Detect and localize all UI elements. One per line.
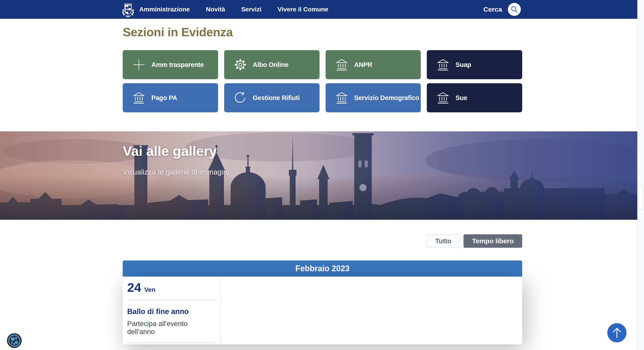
calendar-month-title: Febbraio 2023 <box>295 264 350 273</box>
cookie-settings-button[interactable] <box>7 333 22 348</box>
calendar-day-column: 24 Ven Ballo di fine anno Partecipa all'… <box>123 277 221 345</box>
card-label: Suap <box>456 61 471 68</box>
arrow-up-icon <box>612 327 622 338</box>
gallery-hero-title[interactable]: Vai alle gallery <box>123 143 229 159</box>
calendar-month-header: Febbraio 2023 <box>123 261 522 277</box>
cookie-icon <box>7 333 22 348</box>
nav-item-novita[interactable]: Novità <box>206 6 225 13</box>
bank-icon <box>436 58 450 71</box>
plus-icon <box>132 58 146 71</box>
scroll-to-top-button[interactable] <box>607 323 626 343</box>
card-pago-pa[interactable]: Pago PA <box>123 83 218 112</box>
card-anpr[interactable]: ANPR <box>326 50 421 79</box>
event-description: Partecipa all'evento dell'anno <box>127 320 216 336</box>
featured-cards-grid: Amm trasparente Albo Online <box>123 50 522 112</box>
event-title[interactable]: Ballo di fine anno <box>127 307 216 316</box>
event-filter-group: Tutto Tempo libero <box>123 234 522 248</box>
filter-tutto-button[interactable]: Tutto <box>426 234 460 248</box>
bank-icon <box>436 91 450 104</box>
bank-icon <box>335 91 348 104</box>
card-label: Pago PA <box>151 94 177 102</box>
bank-icon <box>335 58 348 71</box>
events-calendar: Febbraio 2023 24 Ven Ballo di fine anno … <box>123 261 522 345</box>
card-servizio-demografico[interactable]: Servizio Demografico <box>326 83 421 112</box>
top-nav: Amministrazione Novità Servizi Vivere il… <box>0 0 637 19</box>
card-label: Albo Online <box>253 61 288 68</box>
calendar-body: 24 Ven Ballo di fine anno Partecipa all'… <box>123 277 522 345</box>
city-skyline-image <box>0 131 637 220</box>
search-button[interactable] <box>508 3 521 16</box>
filter-tempo-libero-button[interactable]: Tempo libero <box>464 234 522 248</box>
page-scrollbar-track[interactable] <box>637 0 644 350</box>
card-label: Gestione Rifiuti <box>253 94 300 102</box>
nav-item-servizi[interactable]: Servizi <box>241 6 261 13</box>
municipal-crest-icon <box>121 2 135 18</box>
card-label: Servizio Demografico <box>354 94 420 102</box>
day-number: 24 <box>127 280 141 295</box>
card-amm-trasparente[interactable]: Amm trasparente <box>123 50 218 79</box>
refresh-icon <box>234 91 247 104</box>
page-scrollbar-thumb[interactable] <box>639 186 643 210</box>
card-sue[interactable]: Sue <box>427 83 522 112</box>
nav-item-vivere-il-comune[interactable]: Vivere il Comune <box>278 6 328 13</box>
day-weekday: Ven <box>144 286 156 293</box>
gallery-hero-subtitle: Visualizza le gallerie di immagini <box>123 168 229 176</box>
divider <box>127 300 216 300</box>
search-label[interactable]: Cerca <box>484 5 502 13</box>
card-label: ANPR <box>354 61 372 68</box>
card-albo-online[interactable]: Albo Online <box>224 50 320 79</box>
search-icon <box>510 5 518 13</box>
main-menu: Amministrazione Novità Servizi Vivere il… <box>139 6 328 13</box>
gear-icon <box>234 58 247 71</box>
gallery-hero-banner[interactable]: Vai alle gallery Visualizza le gallerie … <box>0 131 637 220</box>
card-suap[interactable]: Suap <box>427 50 522 79</box>
event-item[interactable]: Ballo di fine anno Partecipa all'evento … <box>127 307 216 336</box>
bank-icon <box>132 91 146 104</box>
divider <box>127 343 216 343</box>
card-gestione-rifiuti[interactable]: Gestione Rifiuti <box>224 83 320 112</box>
nav-item-amministrazione[interactable]: Amministrazione <box>139 6 190 13</box>
featured-sections-title: Sezioni in Evidenza <box>123 25 233 39</box>
card-label: Amm trasparente <box>151 61 204 68</box>
municipal-homepage: Amministrazione Novità Servizi Vivere il… <box>0 0 644 350</box>
card-label: Sue <box>456 94 467 102</box>
